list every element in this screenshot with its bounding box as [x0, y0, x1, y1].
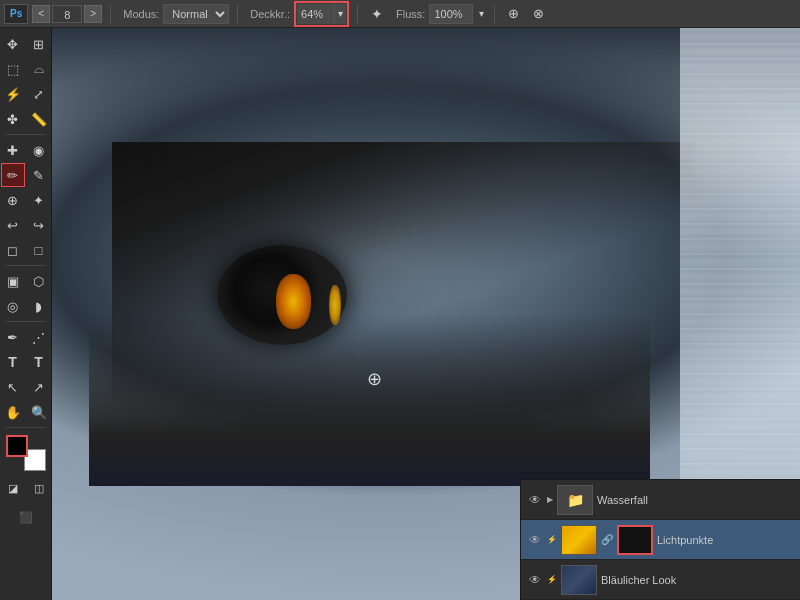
bg-eraser-tool[interactable]: □	[27, 238, 51, 262]
tool-sep-1	[6, 134, 46, 135]
paint-bucket-tool[interactable]: ⬡	[27, 269, 51, 293]
brush-size-group: < 8 >	[32, 5, 102, 23]
layer-lichtpunkte-visibility[interactable]: 👁	[527, 532, 543, 548]
opacity-label: Deckkr.:	[250, 8, 290, 20]
quick-select-tool[interactable]: ⚡	[1, 82, 25, 106]
screen-mode[interactable]: ⬛	[14, 505, 38, 529]
brush-tool[interactable]: ✏	[1, 163, 25, 187]
direct-select-tool[interactable]: ↗	[27, 375, 51, 399]
layer-lichtpunkte-thumb-mask	[617, 525, 653, 555]
tool-group-fill: ▣ ⬡	[1, 269, 51, 293]
eyedropper-tool[interactable]: ✤	[1, 107, 25, 131]
freeform-pen-tool[interactable]: ⋰	[27, 325, 51, 349]
tool-group-shape: ✋ 🔍	[1, 400, 51, 424]
tool-group-sample: ✤ 📏	[1, 107, 51, 131]
layer-wasserfall-visibility[interactable]: 👁	[527, 492, 543, 508]
layer-wasserfall-thumb: 📁	[557, 485, 593, 515]
layer-lichtpunkte-name: Lichtpunkte	[657, 534, 794, 546]
airbrush-toggle[interactable]: ✦	[366, 4, 388, 24]
move-tool[interactable]: ✥	[1, 32, 25, 56]
tool-group-clone: ⊕ ✦	[1, 188, 51, 212]
patch-tool[interactable]: ◉	[27, 138, 51, 162]
history-brush-tool[interactable]: ↩	[1, 213, 25, 237]
brush-size-value: 8	[52, 5, 82, 23]
layer-blaelicher-look-visibility[interactable]: 👁	[527, 572, 543, 588]
left-toolbar: ✥ ⊞ ⬚ ⌓ ⚡ ⤢ ✤ 📏 ✚ ◉ ✏ ✎ ⊕ ✦	[0, 28, 52, 600]
quick-mask-area: ◪ ◫	[1, 476, 51, 500]
tool-group-text: T T	[1, 350, 51, 374]
layer-lichtpunkte-chain: 🔗	[601, 534, 613, 545]
pencil-tool[interactable]: ✎	[27, 163, 51, 187]
mode-select[interactable]: Normal	[163, 4, 229, 24]
rect-marquee-tool[interactable]: ⬚	[1, 57, 25, 81]
main-area: ✥ ⊞ ⬚ ⌓ ⚡ ⤢ ✤ 📏 ✚ ◉ ✏ ✎ ⊕ ✦	[0, 28, 800, 600]
tablet-pressure-size[interactable]: ⊗	[528, 4, 549, 24]
flow-dropdown[interactable]: ▾	[477, 4, 486, 24]
foreground-color-swatch[interactable]	[6, 435, 28, 457]
tool-group-pen: ✒ ⋰	[1, 325, 51, 349]
layer-lichtpunkte[interactable]: 👁 ⚡ 🔗 Lichtpunkte	[521, 520, 800, 560]
tool-sep-3	[6, 321, 46, 322]
tool-sep-4	[6, 427, 46, 428]
layers-panel: 👁 ▶ 📁 Wasserfall 👁 ⚡ 🔗 Lichtpunkte	[520, 479, 800, 600]
tool-group-dodge: ◎ ◗	[1, 294, 51, 318]
layer-wasserfall-arrows: ▶	[547, 495, 553, 504]
hand-tool[interactable]: ✋	[1, 400, 25, 424]
tool-group-quick: ⚡ ⤢	[1, 82, 51, 106]
top-toolbar: Ps < 8 > Modus: Normal Deckkr.: 64% ▾ ✦ …	[0, 0, 800, 28]
tool-sep-2	[6, 265, 46, 266]
layer-wasserfall-name: Wasserfall	[597, 494, 794, 506]
tool-group-heal: ✚ ◉	[1, 138, 51, 162]
path-select-tool[interactable]: ↖	[1, 375, 25, 399]
pen-tool[interactable]: ✒	[1, 325, 25, 349]
screen-mode-area: ⬛	[14, 505, 38, 529]
brush-size-increase[interactable]: >	[84, 5, 102, 23]
layer-blaelicher-look-name: Bläulicher Look	[601, 574, 794, 586]
heal-tool[interactable]: ✚	[1, 138, 25, 162]
tool-group-history: ↩ ↪	[1, 213, 51, 237]
canvas-area[interactable]: ⊕ 👁 ▶ 📁 Wasserfall 👁 ⚡ 🔗 L	[52, 28, 800, 600]
eraser-tool[interactable]: ◻	[1, 238, 25, 262]
opacity-dropdown[interactable]: ▾	[335, 4, 346, 24]
ps-icon[interactable]: Ps	[4, 4, 28, 24]
flow-input[interactable]: 100%	[429, 4, 473, 24]
layer-lichtpunkte-thumb-color	[561, 525, 597, 555]
tool-group-select: ✥ ⊞	[1, 32, 51, 56]
lower-eyelashes	[89, 314, 650, 486]
layer-blaelicher-look[interactable]: 👁 ⚡ Bläulicher Look	[521, 560, 800, 600]
tablet-pressure-opacity[interactable]: ⊕	[503, 4, 524, 24]
tool-group-path-sel: ↖ ↗	[1, 375, 51, 399]
art-history-tool[interactable]: ↪	[27, 213, 51, 237]
layer-wasserfall[interactable]: 👁 ▶ 📁 Wasserfall	[521, 480, 800, 520]
flow-label: Fluss:	[396, 8, 425, 20]
tool-group-brush: ✏ ✎	[1, 163, 51, 187]
standard-mode[interactable]: ◪	[1, 476, 25, 500]
lasso-tool[interactable]: ⌓	[27, 57, 51, 81]
layer-lichtpunkte-link: ⚡	[547, 535, 557, 544]
gradient-tool[interactable]: ▣	[1, 269, 25, 293]
layer-blaelicher-look-thumb	[561, 565, 597, 595]
quick-mask-mode[interactable]: ◫	[27, 476, 51, 500]
opacity-input[interactable]: 64%	[297, 4, 335, 24]
color-swatch-area	[6, 435, 46, 471]
mode-label: Modus:	[123, 8, 159, 20]
zoom-tool[interactable]: 🔍	[27, 400, 51, 424]
blur-tool[interactable]: ◎	[1, 294, 25, 318]
crop-tool[interactable]: ⤢	[27, 82, 51, 106]
tool-group-erase: ◻ □	[1, 238, 51, 262]
artboard-tool[interactable]: ⊞	[27, 32, 51, 56]
text-tool[interactable]: T	[1, 350, 25, 374]
clone-stamp-tool[interactable]: ⊕	[1, 188, 25, 212]
layer-blaelicher-look-arrows: ⚡	[547, 575, 557, 584]
pattern-stamp-tool[interactable]: ✦	[27, 188, 51, 212]
measure-tool[interactable]: 📏	[27, 107, 51, 131]
brush-size-decrease[interactable]: <	[32, 5, 50, 23]
tool-group-marquee: ⬚ ⌓	[1, 57, 51, 81]
dodge-tool[interactable]: ◗	[27, 294, 51, 318]
vertical-text-tool[interactable]: T	[27, 350, 51, 374]
ps-menu: Ps	[4, 4, 28, 24]
